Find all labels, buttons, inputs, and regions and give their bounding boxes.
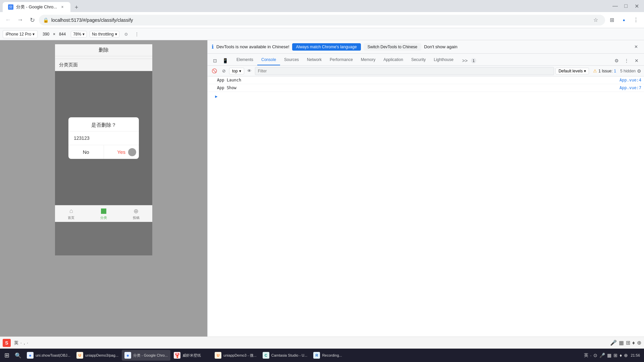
wallpaper-icon: 🦞 [174,352,180,359]
tab-elements[interactable]: Elements [232,55,257,65]
ime-diamond-icon[interactable]: ♦ [632,340,635,346]
width-input[interactable]: 390 [40,31,52,38]
match-language-button[interactable]: Always match Chrome's language [292,43,361,51]
more-button[interactable]: ⋮ [631,15,641,25]
tab-network[interactable]: Network [303,55,326,65]
notification-close-button[interactable]: ✕ [632,43,640,51]
posts-nav-icon: ⊕ [132,207,140,215]
zoom-selector[interactable]: 78% ▾ [71,31,87,38]
ime-separator2: · [27,340,28,345]
start-button[interactable]: ⊞ [1,350,12,361]
profile-button[interactable]: ● [619,15,629,25]
active-tab[interactable]: 分 分类 - Google Chro... × [3,2,70,12]
tab-performance[interactable]: Performance [326,55,357,65]
search-icon: 🔍 [15,352,21,359]
tray-windows-icon[interactable]: ⊞ [613,353,618,358]
dialog-yes-button[interactable]: Yes [104,145,139,159]
taskbar: ⊞ 🔍 ● uni.showToast(OBJ... U uniappDemo3… [0,349,644,362]
extensions-button[interactable]: ⊞ [606,15,617,25]
device-selector[interactable]: iPhone 12 Pro ▾ [3,30,38,38]
eye-icon[interactable]: 👁 [246,67,254,75]
taskbar-app-recording[interactable]: R Recording... [311,350,351,361]
tray-plus-icon[interactable]: ⊕ [624,353,628,358]
ime-table-icon[interactable]: ▦ [619,340,624,346]
tray-grid-icon[interactable]: ▦ [607,353,611,358]
tab-memory[interactable]: Memory [357,55,379,65]
more-tabs-icon[interactable]: >> [460,56,470,65]
tabs-overflow: >> 1 [458,56,479,65]
new-tab-button[interactable]: + [72,3,81,12]
taskbar-search-button[interactable]: 🔍 [13,350,23,361]
ime-grid-icon[interactable]: ⊞ [626,340,630,346]
ime-comma: , [24,340,25,345]
browser-window: 分 分类 - Google Chro... × + — □ ✕ ← → ↻ 🔒 … [0,0,644,362]
height-input[interactable]: 844 [57,31,68,38]
console-toolbar: 🚫 ⊘ top ▾ 👁 Default levels ▾ ⚠ 1 Issue: … [208,66,644,76]
zoom-chevron-icon: ▾ [83,32,85,37]
issue-number[interactable]: 1 [614,69,616,73]
settings-icon[interactable]: ⚙ [612,56,621,65]
device-mode-icon[interactable]: 📱 [220,56,230,65]
yes-ripple [128,148,136,156]
taskbar-app-uniapp1[interactable]: U uniappDemo3/pag... [74,350,121,361]
ime-tray-label[interactable]: 英 [584,352,588,358]
minimize-button[interactable]: — [610,1,620,11]
mobile-bottom-nav: ⌂ 首页 分类 ⊕ 投稿 [55,205,152,222]
close-window-button[interactable]: ✕ [632,1,641,11]
clear-console-button[interactable]: 🚫 [210,67,218,75]
home-nav-icon: ⌂ [67,207,75,215]
toolbar-more-button[interactable]: ⋮ [133,30,141,38]
reload-button[interactable]: ↻ [27,15,38,25]
taskbar-app-camtasia[interactable]: C Camtasia Studio - U... [260,350,310,361]
address-actions: ☆ [590,15,601,25]
dont-show-again-link[interactable]: Don't show again [424,44,457,49]
bookmark-icon[interactable]: ☆ [590,15,601,25]
switch-chinese-button[interactable]: Switch DevTools to Chinese [364,43,422,51]
device-name: iPhone 12 Pro [6,32,31,37]
close-devtools-button[interactable]: ✕ [632,56,641,65]
customize-devtools-icon[interactable]: ⋮ [622,56,631,65]
context-selector[interactable]: top ▾ [229,68,244,74]
maximize-button[interactable]: □ [621,1,631,11]
hidden-count[interactable]: 5 hidden [620,69,636,73]
taskbar-app-chrome2[interactable]: ● 分类 - Google Chro... [122,350,170,361]
tab-application[interactable]: Application [379,55,407,65]
bottom-nav-posts[interactable]: ⊕ 投稿 [120,207,152,220]
bottom-nav-classify[interactable]: 分类 [88,207,120,220]
tab-close-btn[interactable]: × [60,4,65,10]
tab-console[interactable]: Console [257,55,280,65]
tray-circle-icon[interactable]: ⊙ [593,353,597,358]
delete-button[interactable]: 删除 [99,47,109,53]
tray-diamond-icon[interactable]: ♦ [620,353,622,358]
tray-mic-icon[interactable]: 🎤 [599,353,605,358]
console-source-link[interactable]: App.vue:7 [620,85,641,90]
address-bar[interactable]: 🔒 localhost:5173/#/pages/classify/classi… [39,15,605,25]
devtools-tab-icons: ⊡ 📱 [209,56,231,65]
taskbar-app-wallpaper[interactable]: 🦞 威虾米壁纸 [171,350,211,361]
tab-security[interactable]: Security [407,55,430,65]
dialog-overlay: 是否删除？ 123123 No Yes [55,71,152,205]
taskbar-app-chrome1[interactable]: ● uni.showToast(OBJ... [24,350,73,361]
ime-mic-icon[interactable]: 🎤 [610,340,617,346]
bottom-nav-home[interactable]: ⌂ 首页 [55,207,88,220]
toggle-filter-icon[interactable]: ⊘ [220,67,228,75]
recording-label: Recording... [322,353,342,357]
ime-plus-icon[interactable]: ⊕ [637,340,641,346]
console-source-link[interactable]: App.vue:4 [620,78,641,82]
levels-selector[interactable]: Default levels ▾ [555,68,589,74]
hidden-settings-icon[interactable]: ⚙ [637,68,641,74]
inspect-element-icon[interactable]: ⊡ [210,56,220,65]
tab-sources[interactable]: Sources [280,55,303,65]
device-toolbar: iPhone 12 Pro ▾ 390 × 844 78% ▾ No throt… [0,28,644,40]
dialog-no-button[interactable]: No [68,145,104,159]
throttle-selector[interactable]: No throttling ▾ [90,31,119,38]
lock-icon: 🔒 [43,17,49,23]
filter-input[interactable] [255,67,554,75]
taskbar-app-uniapp2[interactable]: U uniappDemo3 - 微... [212,350,259,361]
back-button[interactable]: ← [3,15,13,25]
forward-button[interactable]: → [15,15,25,25]
tab-lighthouse[interactable]: Lighthouse [430,55,458,65]
expand-arrow[interactable]: ► [214,94,218,99]
sensors-button[interactable]: ⊙ [122,30,130,38]
ime-logo: S [3,339,11,347]
